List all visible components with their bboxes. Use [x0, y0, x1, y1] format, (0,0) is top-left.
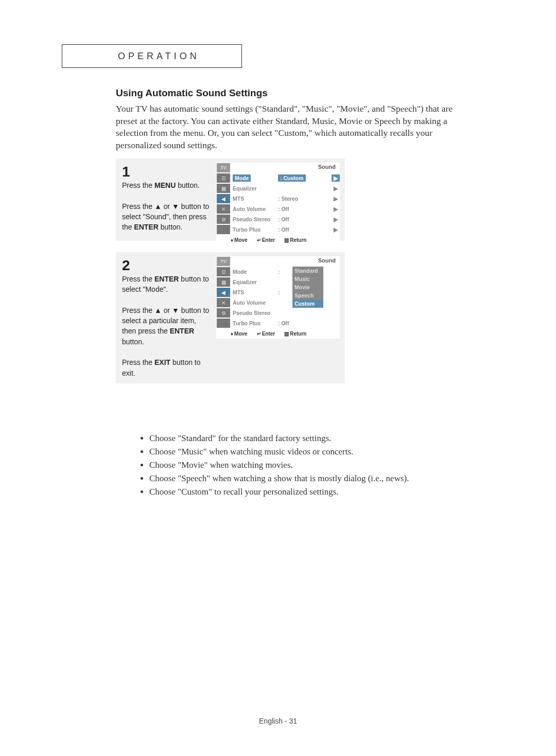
- osd-sidebar-icon: [216, 224, 231, 235]
- osd-tv-label: TV: [216, 256, 231, 267]
- return-icon: ▥: [284, 237, 290, 243]
- page: OPERATION Using Automatic Sound Settings…: [0, 0, 556, 756]
- tips-list: Choose "Standard" for the standard facto…: [129, 433, 484, 500]
- header-box: OPERATION: [62, 44, 242, 68]
- steps-box: 1 Press the MENU button. Press the ▲ or …: [116, 159, 345, 395]
- tip-item: Choose "Movie" when watching movies.: [149, 460, 484, 470]
- osd-menu-item: Auto Volume: Off▶: [231, 204, 340, 214]
- osd-menu-item: Pseudo Stereo: Off▶: [231, 214, 340, 224]
- osd-menu-item: Mode: Custom▶: [231, 173, 340, 183]
- page-number: English - 31: [0, 717, 556, 725]
- tip-item: Choose "Music" when watching music video…: [149, 447, 484, 457]
- osd-sidebar-icon: ▦: [216, 277, 231, 287]
- osd-sidebar-icon: ☰: [216, 267, 231, 277]
- osd-menu-item: Equalizer: [231, 277, 340, 287]
- osd-dropdown-item: Standard: [292, 267, 323, 275]
- osd-menu-item: MTS: Stereo▶: [231, 194, 340, 204]
- osd-tv-label: TV: [216, 163, 231, 173]
- osd-title: Sound: [231, 256, 340, 266]
- osd-sidebar-icon: ◀: [216, 194, 231, 204]
- osd-sidebar-icon: ☰: [216, 173, 231, 183]
- return-icon: ▥: [284, 331, 290, 337]
- tip-item: Choose "Custom" to recall your personali…: [149, 487, 484, 497]
- osd-menu-item: MTS:: [231, 287, 340, 297]
- osd-sidebar-icon: ⚙: [216, 308, 231, 318]
- osd-menu-item: Mode:: [231, 267, 340, 277]
- osd-sidebar-icon: ✕: [216, 204, 231, 214]
- osd-menu-item: Equalizer▶: [231, 183, 340, 194]
- osd-menu-item: Auto Volume: [231, 297, 340, 308]
- header-label: OPERATION: [62, 51, 200, 62]
- osd-dropdown-item: Movie: [292, 283, 323, 291]
- osd-screenshot-2: TV Sound ☰Mode:▦Equalizer◀MTS:✕Auto Volu…: [216, 256, 340, 331]
- enter-icon: ↵: [257, 237, 262, 243]
- enter-icon: ↵: [257, 331, 262, 337]
- step-1: 1 Press the MENU button. Press the ▲ or …: [116, 159, 345, 241]
- osd-menu-item: Turbo Plus: Off: [231, 318, 340, 328]
- tip-item: Choose "Speech" when watching a show tha…: [149, 473, 484, 484]
- intro-paragraph: Your TV has automatic sound settings ("S…: [116, 103, 466, 152]
- step-text: Press the MENU button. Press the ▲ or ▼ …: [122, 180, 212, 232]
- section-heading: Using Automatic Sound Settings: [116, 87, 268, 99]
- step-text: Press the ENTER button to select "Mode".…: [122, 274, 212, 378]
- osd-menu-item: Turbo Plus: Off▶: [231, 224, 340, 235]
- osd-sidebar-icon: ◀: [216, 287, 231, 297]
- osd-sidebar-icon: ✕: [216, 297, 231, 308]
- osd-sidebar-icon: ▦: [216, 183, 231, 194]
- osd-mode-dropdown: StandardMusicMovieSpeechCustom: [292, 267, 323, 308]
- tip-item: Choose "Standard" for the standard facto…: [149, 433, 484, 444]
- osd-footer: ♦Move ↵Enter ▥Return: [216, 328, 340, 339]
- osd-sidebar-icon: [216, 318, 231, 328]
- osd-footer: ♦Move ↵Enter ▥Return: [216, 235, 340, 245]
- osd-dropdown-item: Custom: [292, 300, 323, 308]
- osd-dropdown-item: Music: [292, 275, 323, 283]
- osd-title: Sound: [231, 163, 340, 172]
- osd-dropdown-item: Speech: [292, 291, 323, 300]
- osd-menu-item: Pseudo Stereo: [231, 308, 340, 318]
- step-2: 2 Press the ENTER button to select "Mode…: [116, 252, 345, 383]
- osd-sidebar-icon: ⚙: [216, 214, 231, 224]
- osd-screenshot-1: TV Sound ☰Mode: Custom▶▦Equalizer▶◀MTS: …: [216, 163, 340, 238]
